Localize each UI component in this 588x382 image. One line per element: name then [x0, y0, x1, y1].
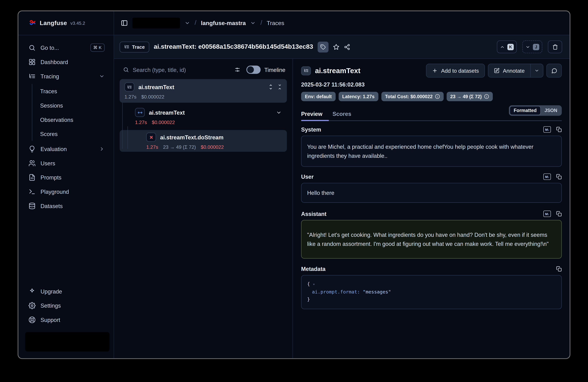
assistant-message-text: "Alright! Let's get cooking. What ingred…: [307, 230, 556, 248]
trace-badge-label: Trace: [132, 44, 145, 50]
key-k-badge: K: [507, 44, 514, 50]
trash-icon: [552, 44, 558, 50]
sidebar-item-support[interactable]: Support: [24, 313, 108, 327]
sidebar-item-traces[interactable]: Traces: [32, 84, 108, 98]
sidebar-item-observations[interactable]: Observations: [32, 113, 108, 127]
add-to-datasets-label: Add to datasets: [441, 68, 479, 74]
trace-tree-icon: [124, 44, 129, 49]
delete-trace-button[interactable]: [548, 40, 562, 53]
redacted-user-block[interactable]: [25, 332, 109, 352]
chevron-down-icon[interactable]: [276, 110, 287, 115]
tree-search-input[interactable]: [133, 66, 231, 73]
share-button[interactable]: [344, 44, 350, 50]
next-trace-button[interactable]: J: [522, 40, 542, 53]
copy-icon[interactable]: [556, 211, 562, 217]
detail-actions: Add to datasets Annotate: [426, 64, 562, 78]
users-icon: [28, 160, 36, 167]
detail-title: ai.streamText: [315, 66, 360, 75]
user-section-header: User M↓: [301, 174, 562, 180]
markdown-toggle-icon[interactable]: M↓: [544, 126, 551, 133]
sidebar-item-sessions[interactable]: Sessions: [32, 98, 108, 113]
system-section-header: System M↓: [301, 126, 562, 133]
section-label: System: [301, 126, 321, 133]
tree-node-trace-root[interactable]: ai.streamText 1.27s $0.000022: [120, 79, 287, 103]
tree-indent-guide: [127, 126, 128, 149]
sidebar-item-label: Prompts: [41, 174, 105, 181]
format-toggle-json[interactable]: JSON: [541, 106, 561, 115]
comment-bubble-icon: [551, 68, 557, 74]
sidebar-item-dashboard[interactable]: Dashboard: [24, 55, 108, 69]
markdown-toggle-icon[interactable]: M↓: [544, 174, 551, 180]
chevron-down-icon[interactable]: [185, 20, 190, 26]
main-area: / langfuse-mastra / Traces Trace ai.stre…: [114, 11, 569, 358]
sidebar-item-users[interactable]: Users: [24, 156, 108, 170]
breadcrumb-section[interactable]: Traces: [267, 20, 284, 26]
format-toggle-formatted[interactable]: Formatted: [510, 106, 541, 115]
chevron-down-icon: [534, 68, 539, 73]
sidebar: Langfuse v3.45.2 Go to... ⌘ K Dashboard …: [19, 11, 114, 358]
metadata-json-card: { ▾ ai.prompt.format: "messages" }: [301, 275, 562, 309]
plus-icon: [432, 68, 438, 73]
filter-sliders-icon[interactable]: [234, 67, 240, 73]
observation-tree-panel: Timeline ai.streamText: [114, 59, 293, 358]
bookmark-star-button[interactable]: [333, 44, 339, 50]
copy-icon[interactable]: [556, 126, 562, 133]
timeline-toggle-label: Timeline: [264, 66, 285, 73]
sidebar-item-tracing[interactable]: Tracing: [24, 69, 108, 83]
copy-icon[interactable]: [556, 266, 562, 272]
sidebar-item-scores[interactable]: Scores: [32, 127, 108, 141]
tab-preview[interactable]: Preview: [301, 110, 322, 117]
json-key: ai.prompt.format:: [312, 289, 360, 295]
detail-header: ai.streamText Add to datasets Annotate: [301, 64, 562, 78]
markdown-toggle-icon[interactable]: M↓: [544, 211, 551, 217]
node-tokens: 23 → 49 (Σ 72): [163, 144, 196, 150]
gear-icon: [28, 302, 36, 309]
chevron-down-icon: [525, 44, 530, 49]
total-cost-badge[interactable]: Total Cost: $0.000022: [381, 92, 444, 101]
latency-badge: Latency: 1.27s: [338, 92, 378, 101]
annotate-button[interactable]: Annotate: [488, 64, 530, 77]
observation-detail-panel: ai.streamText Add to datasets Annotate: [293, 59, 570, 358]
copy-icon[interactable]: [556, 174, 562, 180]
chevron-right-icon: [99, 146, 105, 152]
langfuse-logo-icon: [29, 19, 37, 28]
sidebar-item-datasets[interactable]: Datasets: [24, 199, 108, 213]
terminal-icon: [28, 188, 36, 195]
node-cost: $0.000022: [152, 120, 175, 125]
timeline-toggle[interactable]: [246, 66, 261, 74]
tag-button[interactable]: [318, 41, 329, 52]
sidebar-item-prompts[interactable]: Prompts: [24, 170, 108, 184]
sidebar-item-label: Tracing: [41, 73, 94, 79]
sidebar-item-label: Playground: [41, 188, 105, 195]
json-collapse-chevron[interactable]: ▾: [313, 282, 315, 286]
content-split: Timeline ai.streamText: [114, 59, 569, 358]
goto-shortcut-badge: ⌘ K: [90, 43, 105, 52]
tree-expand-controls: [268, 84, 287, 90]
sidebar-item-settings[interactable]: Settings: [24, 298, 108, 313]
fold-vertical-icon[interactable]: [277, 84, 282, 90]
chevron-down-icon[interactable]: [250, 20, 256, 26]
sidebar-item-evaluation[interactable]: Evaluation: [24, 142, 108, 156]
node-cost: $0.000022: [141, 94, 164, 100]
sidebar-item-playground[interactable]: Playground: [24, 184, 108, 199]
user-message-card: Hello there: [301, 183, 562, 203]
sidebar-item-upgrade[interactable]: Upgrade: [24, 284, 108, 298]
add-to-datasets-button[interactable]: Add to datasets: [426, 64, 485, 78]
unfold-vertical-icon[interactable]: [268, 84, 273, 90]
sidebar-item-label: Observations: [40, 116, 105, 123]
screenshot-stage: Langfuse v3.45.2 Go to... ⌘ K Dashboard …: [0, 0, 588, 382]
redacted-org-name[interactable]: [132, 18, 180, 29]
tree-node-span[interactable]: ai.streamText 1.27s $0.000022: [120, 104, 287, 128]
tab-scores[interactable]: Scores: [333, 110, 351, 117]
panel-left-toggle-icon[interactable]: [121, 20, 128, 27]
app-window: Langfuse v3.45.2 Go to... ⌘ K Dashboard …: [18, 10, 570, 359]
token-usage-badge[interactable]: 23 → 49 (Σ 72): [446, 92, 493, 101]
edit-pen-icon: [494, 68, 500, 73]
tree-node-generation-selected[interactable]: ai.streamText.doStream 1.27s 23 → 49 (Σ …: [120, 130, 287, 152]
sidebar-item-goto[interactable]: Go to... ⌘ K: [24, 40, 108, 55]
breadcrumb-project[interactable]: langfuse-mastra: [201, 20, 246, 26]
annotate-dropdown-button[interactable]: [531, 64, 543, 77]
prev-trace-button[interactable]: K: [497, 40, 517, 53]
comments-button[interactable]: [546, 64, 562, 78]
section-label: Assistant: [301, 211, 326, 217]
